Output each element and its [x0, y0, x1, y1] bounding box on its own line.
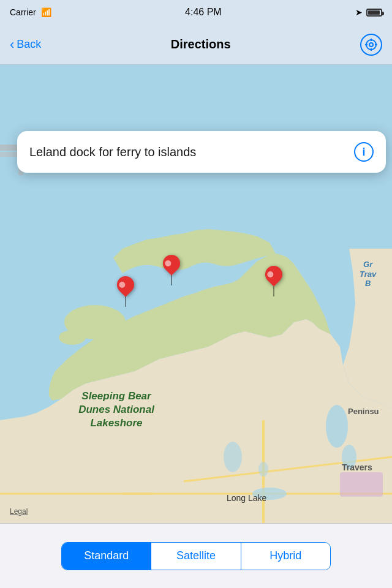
legal-link[interactable]: Legal — [10, 507, 28, 516]
target-location-button[interactable] — [360, 34, 382, 56]
map-pin-1[interactable] — [117, 276, 134, 307]
back-label: Back — [17, 38, 41, 51]
svg-point-20 — [326, 405, 348, 448]
crosshair-icon — [364, 37, 379, 52]
wifi-icon: 📶 — [41, 7, 51, 17]
svg-point-22 — [224, 442, 242, 472]
map-callout: Leland dock for ferry to islands i — [17, 131, 386, 173]
svg-point-0 — [366, 40, 376, 50]
standard-button[interactable]: Standard — [62, 543, 151, 570]
svg-point-23 — [258, 462, 268, 477]
status-right: ➤ — [355, 7, 382, 17]
map-container[interactable]: Leland dock for ferry to islands i Sleep… — [0, 65, 392, 523]
status-left: Carrier 📶 — [10, 7, 51, 17]
hybrid-button[interactable]: Hybrid — [241, 543, 330, 570]
map-pin-3[interactable] — [265, 266, 282, 296]
callout-info-button[interactable]: i — [354, 142, 374, 162]
carrier-label: Carrier — [10, 7, 36, 17]
svg-rect-19 — [340, 472, 383, 497]
battery-icon — [366, 9, 382, 17]
svg-point-21 — [342, 445, 356, 469]
back-chevron-icon: ‹ — [10, 37, 14, 53]
map-type-selector: Standard Satellite Hybrid — [61, 542, 331, 570]
svg-point-12 — [59, 330, 86, 345]
status-bar: Carrier 📶 4:46 PM ➤ — [0, 0, 392, 24]
map-pin-2[interactable] — [163, 255, 180, 285]
callout-text: Leland dock for ferry to islands — [29, 145, 196, 159]
nav-bar: ‹ Back Directions — [0, 24, 392, 65]
svg-point-24 — [252, 488, 287, 500]
page-title: Directions — [171, 37, 231, 51]
back-button[interactable]: ‹ Back — [10, 37, 41, 53]
location-arrow-icon: ➤ — [355, 7, 363, 17]
bottom-toolbar: Standard Satellite Hybrid — [0, 523, 392, 588]
satellite-button[interactable]: Satellite — [151, 543, 240, 570]
status-time: 4:46 PM — [185, 7, 222, 18]
svg-point-1 — [369, 43, 373, 47]
